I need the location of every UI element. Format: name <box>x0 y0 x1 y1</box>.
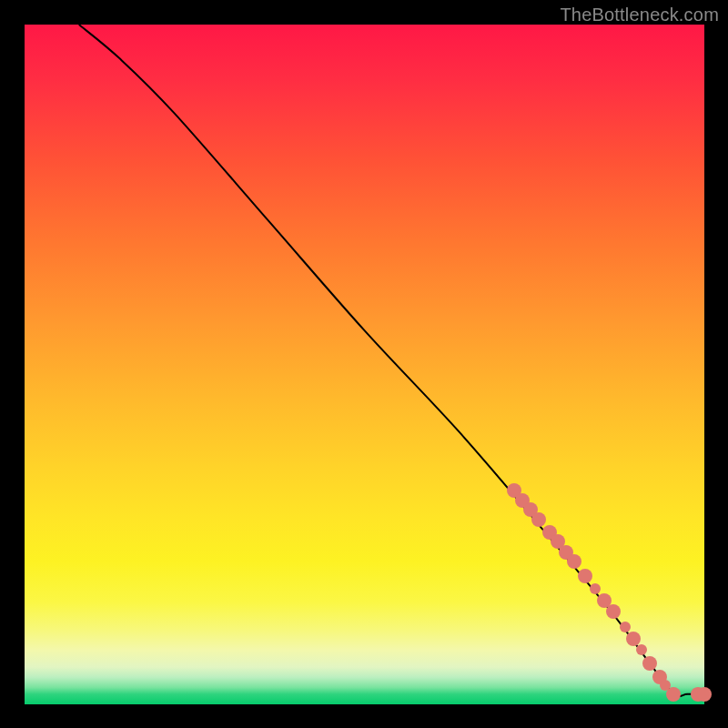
data-point <box>567 554 581 569</box>
chart-stage: TheBottleneck.com <box>0 0 728 728</box>
data-point <box>666 687 681 702</box>
data-point <box>697 687 712 702</box>
data-point <box>606 604 621 619</box>
data-point <box>531 512 546 527</box>
data-point <box>642 656 657 671</box>
data-point <box>590 583 601 594</box>
plot-area <box>25 25 704 704</box>
data-point <box>636 644 647 655</box>
watermark-text: TheBottleneck.com <box>560 5 719 25</box>
data-point <box>578 569 592 583</box>
data-point <box>620 622 631 632</box>
